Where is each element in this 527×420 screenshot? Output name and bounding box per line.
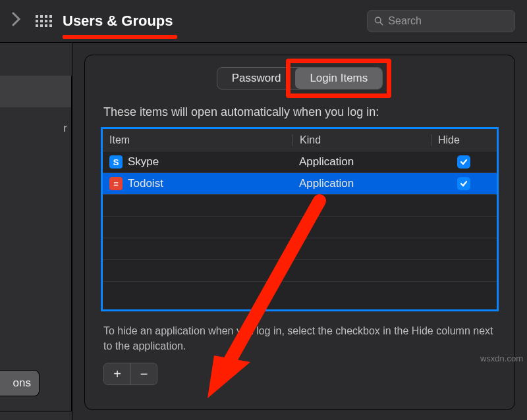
- col-item[interactable]: Item: [103, 134, 292, 146]
- sidebar-bottom-button[interactable]: ons: [0, 370, 40, 396]
- tab-login-items[interactable]: Login Items: [295, 68, 382, 89]
- sidebar: r: [0, 43, 72, 420]
- annotation-underline: [63, 35, 177, 39]
- search-icon: [374, 16, 383, 26]
- login-items-description: These items will open automatically when…: [85, 90, 514, 127]
- all-prefs-grid-icon[interactable]: [36, 15, 52, 27]
- svg-point-0: [375, 17, 381, 23]
- svg-line-1: [380, 22, 383, 25]
- back-button[interactable]: [12, 12, 25, 30]
- table-empty-row: [103, 194, 497, 216]
- col-hide[interactable]: Hide: [431, 134, 497, 146]
- app-icon-todoist: ≡: [109, 177, 123, 190]
- hide-hint-text: To hide an application when you log in, …: [85, 311, 514, 354]
- table-empty-row: [103, 216, 497, 238]
- settings-panel: Password Login Items These items will op…: [84, 55, 515, 410]
- table-row[interactable]: S Skype Application: [103, 151, 497, 172]
- item-kind: Application: [292, 177, 431, 190]
- table-empty-row: [103, 238, 497, 259]
- add-remove-buttons: + −: [103, 363, 157, 385]
- toolbar: Users & Groups: [0, 0, 527, 42]
- table-row[interactable]: ≡ Todoist Application: [103, 172, 497, 194]
- table-header: Item Kind Hide: [103, 129, 497, 151]
- sidebar-truncated-text: r: [0, 107, 71, 135]
- search-input[interactable]: [388, 15, 508, 27]
- item-name: Todoist: [128, 177, 163, 190]
- search-field[interactable]: [367, 10, 515, 32]
- watermark: wsxdn.com: [480, 354, 523, 363]
- item-kind: Application: [292, 155, 431, 169]
- item-name: Skype: [128, 155, 159, 169]
- table-empty-row: [103, 281, 497, 303]
- app-icon-skype: S: [109, 155, 123, 169]
- tab-segmented-control: Password Login Items: [217, 67, 383, 90]
- remove-item-button[interactable]: −: [130, 363, 157, 384]
- page-title: Users & Groups: [63, 13, 173, 30]
- table-empty-row: [103, 259, 497, 281]
- hide-checkbox[interactable]: [457, 155, 470, 169]
- add-item-button[interactable]: +: [104, 363, 130, 384]
- sidebar-selected-user[interactable]: [0, 76, 71, 107]
- col-kind[interactable]: Kind: [292, 134, 431, 146]
- tab-password[interactable]: Password: [217, 68, 296, 89]
- hide-checkbox[interactable]: [457, 177, 470, 190]
- login-items-table: Item Kind Hide S Skype Application: [101, 127, 499, 311]
